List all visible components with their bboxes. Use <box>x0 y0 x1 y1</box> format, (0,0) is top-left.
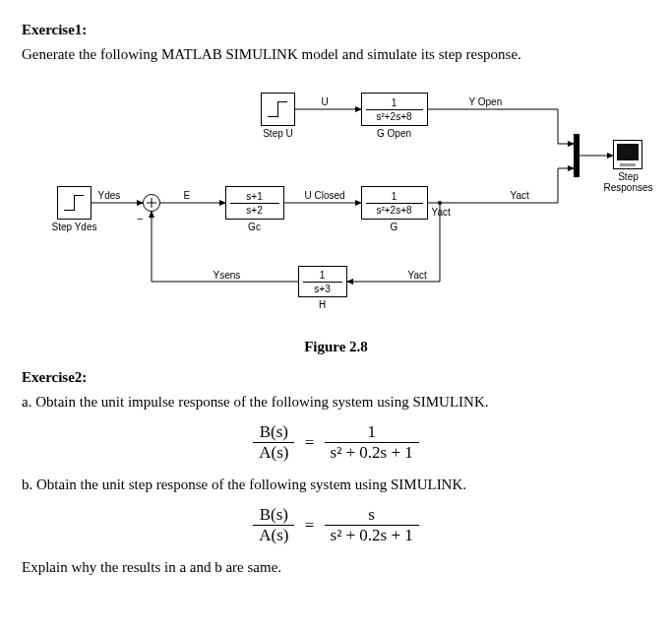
exercise2-explain: Explain why the results in a and b are s… <box>22 559 650 576</box>
sig-yopen: Y Open <box>469 96 503 107</box>
eq-a-lhs-den: A(s) <box>253 442 294 463</box>
equation-a: B(s) A(s) = 1 s² + 0.2s + 1 <box>22 422 650 463</box>
exercise1-heading: Exercise1: <box>22 22 650 38</box>
eq-b-lhs-num: B(s) <box>253 505 294 525</box>
g-open-label: G Open <box>361 128 428 139</box>
svg-text:−: − <box>137 213 143 224</box>
exercise2-a-text: a. Obtain the unit impulse response of t… <box>22 394 650 411</box>
sig-e: E <box>184 190 191 201</box>
fraction-bar-icon <box>366 109 423 110</box>
figure-caption: Figure 2.8 <box>22 339 650 355</box>
eq-a-lhs: B(s) A(s) <box>253 422 294 463</box>
scope-block <box>613 140 642 169</box>
sig-yact-far: Yact <box>511 190 529 201</box>
step-icon <box>266 97 290 121</box>
g-label: G <box>361 222 428 232</box>
g-open-num: 1 <box>392 97 397 108</box>
eq-b-lhs: B(s) A(s) <box>253 505 294 545</box>
eq-b-lhs-den: A(s) <box>253 525 294 545</box>
fraction-bar-icon <box>303 282 342 283</box>
g-block: 1 s²+2s+8 <box>361 186 428 220</box>
eq-a-rhs: 1 s² + 0.2s + 1 <box>325 422 419 463</box>
scope-screen-icon <box>617 144 639 160</box>
gc-label: Gc <box>225 222 284 232</box>
eq-a-rhs-num: 1 <box>325 422 419 442</box>
step-u-label: Step U <box>255 128 302 139</box>
exercise1-prompt: Generate the following MATLAB SIMULINK m… <box>22 46 650 63</box>
step-ydes-label: Step Ydes <box>44 222 105 232</box>
eq-b-rhs-num: s <box>325 505 419 525</box>
g-den: s²+2s+8 <box>376 205 411 216</box>
sum-junction <box>143 194 160 212</box>
g-open-block: 1 s²+2s+8 <box>361 93 428 126</box>
g-num: 1 <box>392 191 397 202</box>
g-open-den: s²+2s+8 <box>376 111 411 122</box>
h-num: 1 <box>320 270 326 281</box>
eq-a-rhs-den: s² + 0.2s + 1 <box>325 442 419 463</box>
sig-yact-fb: Yact <box>408 270 427 281</box>
equals-icon: = <box>299 516 321 536</box>
equals-icon: = <box>299 433 321 453</box>
equation-b: B(s) A(s) = s s² + 0.2s + 1 <box>22 505 650 545</box>
fraction-bar-icon <box>230 203 279 204</box>
exercise2-b-text: b. Obtain the unit step response of the … <box>22 476 650 493</box>
eq-b-rhs-den: s² + 0.2s + 1 <box>325 525 419 545</box>
sig-yact-r: Yact <box>432 207 451 218</box>
eq-a-lhs-num: B(s) <box>253 422 294 442</box>
step-u-block <box>261 93 295 126</box>
mux-block <box>574 134 580 177</box>
h-block: 1 s+3 <box>298 266 347 297</box>
sig-uclosed: U Closed <box>305 190 345 201</box>
sig-ysens: Ysens <box>214 270 241 281</box>
scope-base-icon <box>620 163 636 166</box>
step-ydes-block <box>57 186 92 220</box>
simulink-diagram: − Step U 1 s²+2s+8 G Open Step Ydes s+1 … <box>27 75 646 331</box>
h-label: H <box>298 299 347 310</box>
scope-label: Step Responses <box>599 171 658 193</box>
gc-block: s+1 s+2 <box>225 186 284 220</box>
sig-u: U <box>322 96 329 107</box>
gc-num: s+1 <box>246 191 262 202</box>
exercise2-heading: Exercise2: <box>22 369 650 386</box>
eq-b-rhs: s s² + 0.2s + 1 <box>325 505 419 545</box>
sig-ydes: Ydes <box>98 190 121 201</box>
fraction-bar-icon <box>366 203 423 204</box>
step-icon <box>62 191 87 215</box>
h-den: s+3 <box>314 284 330 294</box>
gc-den: s+2 <box>246 205 262 216</box>
